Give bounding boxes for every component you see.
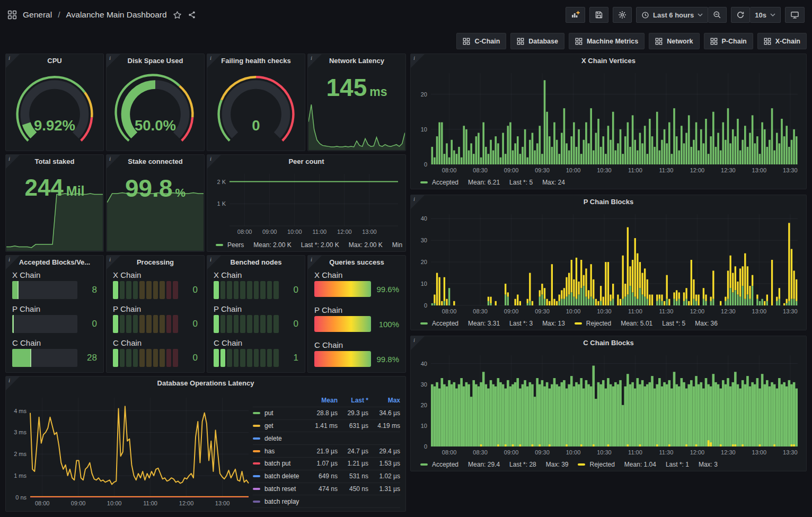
panel-x-chain-vertices: i X Chain Vertices 0102008:0008:3009:000…	[410, 54, 807, 189]
legend-series-name[interactable]: batch delete	[253, 472, 305, 480]
x-chain-vertices-chart[interactable]: 0102008:0008:3009:0009:3010:0010:3011:00…	[413, 69, 801, 174]
retro-gauge-cell	[166, 281, 172, 299]
retro-gauge-cell	[220, 315, 226, 333]
db-latency-chart[interactable]: 0 ns1 ms2 ms3 ms4 ms08:0009:0010:0011:00…	[7, 393, 252, 507]
panel-title[interactable]: Network Latency	[308, 54, 405, 68]
retro-gauge-cell	[260, 315, 266, 333]
legend-stat-cell: 29.4 µs	[368, 448, 400, 455]
legend-swatch	[253, 475, 260, 477]
retro-gauge-cell	[139, 315, 145, 333]
retro-gauge-cell	[247, 281, 252, 299]
legend-series-name[interactable]: batch replay	[253, 498, 305, 505]
zoom-out-icon	[713, 11, 721, 19]
dashboard-link[interactable]: Database	[510, 33, 564, 49]
retro-gauge-cell	[267, 281, 272, 299]
legend-swatch	[253, 425, 260, 427]
legend-label[interactable]: Rejected	[586, 320, 611, 327]
retro-gauge-cell	[227, 281, 232, 299]
refresh-button[interactable]	[731, 7, 750, 23]
panel-title[interactable]: CPU	[6, 54, 103, 68]
svg-text:08:30: 08:30	[473, 308, 488, 314]
tv-mode-button[interactable]	[785, 7, 805, 23]
panel-title[interactable]: Benched nodes	[207, 256, 305, 269]
processing-cells: X Chain0P Chain0C Chain0	[113, 270, 198, 367]
legend-series-name[interactable]: put	[253, 409, 305, 417]
svg-text:13:00: 13:00	[752, 308, 767, 314]
panel-title[interactable]: Queries success	[308, 256, 405, 269]
legend-stat: Mean: 6.21	[468, 179, 500, 186]
panel-title[interactable]: C Chain Blocks	[411, 336, 806, 350]
legend-stat: Max: 39	[546, 461, 569, 468]
dashboard-link[interactable]: Network	[649, 33, 699, 49]
c-chain-blocks-chart[interactable]: 01020304008:0008:3009:0009:3010:0010:301…	[413, 351, 801, 456]
retro-gauge-cells	[214, 281, 279, 299]
star-icon[interactable]	[173, 11, 182, 20]
retro-gauge-cell	[153, 281, 158, 299]
legend-swatch	[253, 501, 260, 503]
legend-stat: Max: 2.00 K	[349, 241, 383, 249]
peer-count-chart[interactable]: 2 K1 K08:0009:0010:0011:0012:0013:00	[208, 170, 401, 235]
panel-title[interactable]: Total staked	[6, 155, 103, 169]
save-dashboard-button[interactable]	[589, 7, 608, 23]
stat-value: 145 ms	[308, 75, 405, 157]
legend-series-name[interactable]: get	[253, 422, 305, 430]
retro-gauge-value: 0	[284, 319, 298, 329]
legend-table-header-cell[interactable]: Max	[368, 397, 400, 404]
legend-stat: Mean: 29.4	[468, 461, 500, 468]
breadcrumb-folder[interactable]: General	[23, 10, 52, 20]
dashboard-link[interactable]: Machine Metrics	[569, 33, 645, 49]
panel-title[interactable]: Failing health checks	[207, 54, 305, 68]
legend-label[interactable]: Accepted	[432, 179, 458, 186]
dashboard-link[interactable]: X-Chain	[757, 33, 807, 49]
retro-gauge-cell	[113, 281, 118, 299]
add-panel-button[interactable]	[566, 7, 585, 23]
legend-label[interactable]: Accepted	[432, 320, 458, 327]
db-latency-legend-table: MeanLast *Maxput28.8 µs29.3 µs34.6 µsget…	[253, 395, 400, 508]
retro-gauge-row: X Chain0	[214, 270, 298, 299]
dashboard-link[interactable]: C-Chain	[456, 33, 506, 49]
dashboard-link[interactable]: P-Chain	[704, 33, 753, 49]
svg-text:09:30: 09:30	[535, 167, 550, 173]
legend-stat-cell: 450 ns	[338, 485, 368, 493]
legend-label[interactable]: Accepted	[432, 461, 458, 468]
time-range-picker[interactable]: Last 6 hours	[636, 7, 708, 23]
retro-gauge-cell	[254, 349, 259, 367]
legend-label: delete	[264, 435, 282, 442]
legend-series-name[interactable]: batch reset	[253, 485, 305, 493]
panel-title[interactable]: Disk Space Used	[107, 54, 204, 68]
legend-item: PeersMean: 2.00 KLast *: 2.00 KMax: 2.00…	[216, 241, 402, 249]
legend-stat-cell: 4.19 ms	[368, 422, 400, 430]
legend-series-name[interactable]: has	[253, 448, 305, 455]
panel-title[interactable]: X Chain Vertices	[411, 54, 806, 68]
retro-gauge-cell	[220, 281, 226, 299]
panel-title[interactable]: Stake connected	[107, 155, 204, 169]
svg-text:10: 10	[421, 126, 427, 133]
svg-text:10:00: 10:00	[566, 449, 581, 455]
chevron-down-icon	[770, 13, 775, 17]
p-chain-blocks-chart[interactable]: 01020304008:0008:3009:0009:3010:0010:301…	[413, 210, 801, 315]
page-title[interactable]: Avalanche Main Dashboard	[66, 10, 166, 20]
chain-label: C Chain	[214, 338, 298, 347]
retro-gauge-cell	[240, 315, 245, 333]
legend-series-name[interactable]: batch put	[253, 460, 305, 467]
legend-label[interactable]: Rejected	[589, 461, 614, 468]
svg-text:09:00: 09:00	[504, 167, 519, 173]
link-label: C-Chain	[474, 38, 500, 45]
panel-title[interactable]: Database Operations Latency	[6, 376, 405, 390]
legend-label: get	[264, 422, 273, 430]
legend-table-header-cell[interactable]: Mean	[305, 397, 338, 404]
dashboards-grid-icon[interactable]	[7, 10, 17, 20]
svg-text:20: 20	[421, 259, 427, 265]
panel-title[interactable]: P Chain Blocks	[411, 195, 806, 209]
retro-gauge-value: 0	[183, 285, 198, 295]
retro-gauge-cell	[240, 281, 245, 299]
legend-series-name[interactable]: delete	[253, 435, 305, 442]
dashboard-settings-button[interactable]	[613, 7, 632, 23]
zoom-out-time-button[interactable]	[708, 7, 727, 23]
legend-table-header-cell[interactable]: Last *	[338, 397, 368, 404]
legend-label[interactable]: Peers	[227, 241, 244, 249]
share-icon[interactable]	[188, 11, 196, 19]
gradient-gauge-row: C Chain99.8%	[314, 340, 399, 367]
gradient-gauge-bar	[314, 351, 371, 367]
refresh-interval-picker[interactable]: 10s	[750, 7, 781, 23]
